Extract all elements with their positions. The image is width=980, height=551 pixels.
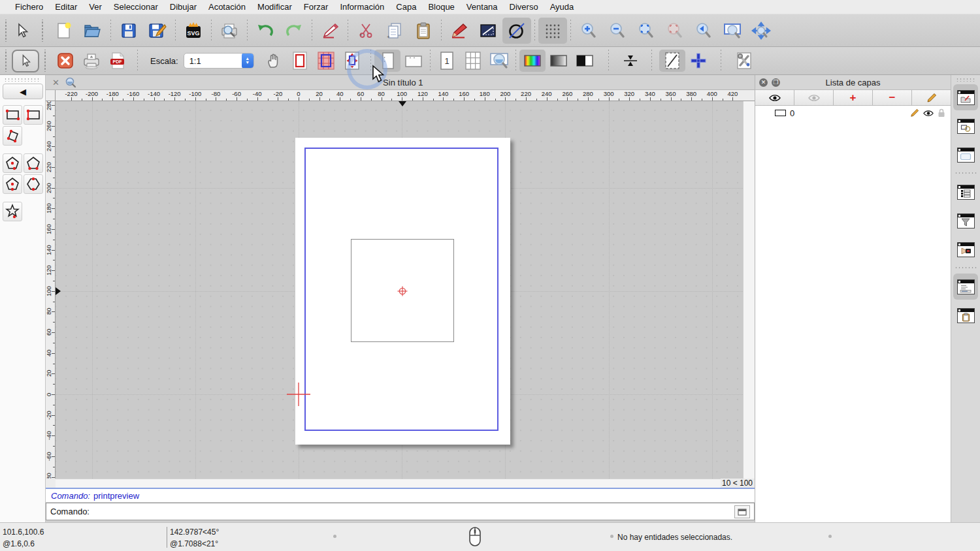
add-layer-button[interactable]: +: [834, 90, 873, 105]
save-button[interactable]: [114, 18, 143, 44]
drawing-canvas[interactable]: [56, 101, 743, 479]
options-button[interactable]: [731, 50, 757, 72]
zoom-out-button[interactable]: [603, 18, 632, 44]
fit-to-page-button[interactable]: [339, 50, 365, 72]
single-page-button[interactable]: 1: [434, 50, 460, 72]
dock-entity-list-button[interactable]: [953, 179, 978, 205]
save-as-button[interactable]: [143, 18, 172, 44]
dock-command-widget-button[interactable]: [953, 274, 978, 300]
dock-projector-button[interactable]: [953, 236, 978, 262]
pan-hand-button[interactable]: [261, 50, 287, 72]
print-button[interactable]: [78, 50, 105, 72]
crosshair-plus-button[interactable]: [685, 50, 711, 72]
paper-border-button[interactable]: [287, 50, 313, 72]
menu-item[interactable]: Dibujar: [164, 2, 203, 12]
palette-drag-handle[interactable]: [4, 78, 41, 82]
menu-item[interactable]: Bloque: [422, 2, 460, 12]
layer-edit-pencil-icon[interactable]: [910, 108, 919, 118]
toolbar-drag-handle[interactable]: [41, 20, 44, 42]
star-tool[interactable]: [3, 202, 22, 221]
grayscale-button[interactable]: [546, 50, 572, 72]
rectangle-side-tool[interactable]: [24, 105, 43, 125]
export-pdf-button[interactable]: PDF: [105, 50, 131, 72]
tab-close-icon[interactable]: ✕: [52, 78, 59, 87]
paste-button[interactable]: [409, 18, 438, 44]
open-file-button[interactable]: [78, 18, 107, 44]
zoom-previous-button[interactable]: [661, 18, 689, 44]
menu-item[interactable]: Capa: [390, 2, 422, 12]
delete-entities-button[interactable]: [316, 18, 344, 44]
menu-item[interactable]: Modificar: [252, 2, 298, 12]
edit-layer-button[interactable]: [912, 90, 951, 105]
undo-button[interactable]: [251, 18, 280, 44]
select-pointer-tool[interactable]: [8, 18, 37, 44]
dock-filter-button[interactable]: [953, 208, 978, 234]
panel-close-icon[interactable]: ✕: [759, 78, 768, 87]
scale-select[interactable]: 1:1 ▲▼: [184, 53, 254, 69]
menu-item[interactable]: Seleccionar: [108, 2, 164, 12]
print-preview-button[interactable]: [215, 18, 244, 44]
palette-back-button[interactable]: ◀: [3, 84, 43, 99]
tab-title[interactable]: * Sin título 1: [377, 78, 423, 87]
zoom-window-button[interactable]: [718, 18, 747, 44]
polygon-2corners-tool[interactable]: [24, 153, 43, 173]
horizontal-scrollbar[interactable]: [56, 479, 721, 488]
multi-page-button[interactable]: [460, 50, 486, 72]
rotated-rectangle-tool[interactable]: [3, 126, 22, 146]
menu-item[interactable]: Diverso: [504, 2, 544, 12]
circle-tool[interactable]: [502, 18, 531, 44]
panel-float-icon[interactable]: ❐: [772, 78, 780, 87]
menu-item[interactable]: Ayuda: [544, 2, 580, 12]
new-file-button[interactable]: [50, 18, 78, 44]
dock-drag-handle[interactable]: [956, 78, 975, 82]
menu-item[interactable]: Ventana: [461, 2, 504, 12]
dock-layer-list-button[interactable]: [953, 84, 978, 110]
polygon-center-corner-tool[interactable]: [3, 153, 22, 173]
layer-lock-icon[interactable]: [938, 108, 945, 118]
zoom-auto-button[interactable]: [632, 18, 661, 44]
polygon-center-tangent-tool[interactable]: [3, 174, 22, 194]
layer-visibility-icon[interactable]: [923, 110, 934, 117]
draft-lines-button[interactable]: [659, 50, 685, 72]
copy-button[interactable]: +: [380, 18, 409, 44]
hexagon-tool[interactable]: [24, 174, 43, 194]
full-color-button[interactable]: [519, 50, 546, 72]
menu-item[interactable]: Acotación: [203, 2, 252, 12]
command-options-button[interactable]: [734, 505, 750, 518]
black-white-button[interactable]: [572, 50, 598, 72]
menu-item[interactable]: Información: [334, 2, 390, 12]
cut-button[interactable]: +: [351, 18, 380, 44]
layer-row[interactable]: 0: [755, 106, 951, 120]
toolbar-drag-handle[interactable]: [43, 50, 47, 72]
menu-item[interactable]: Fichero: [9, 2, 49, 12]
line-tool[interactable]: [474, 18, 502, 44]
hide-all-layers-button[interactable]: [794, 90, 834, 105]
menu-item[interactable]: Editar: [49, 2, 83, 12]
portrait-orientation-button[interactable]: [374, 50, 400, 72]
menu-item[interactable]: Ver: [83, 2, 108, 12]
draw-pencil-tool[interactable]: [445, 18, 474, 44]
dock-clipboard-button[interactable]: [953, 302, 978, 328]
export-svg-button[interactable]: SVG: [179, 18, 208, 44]
remove-layer-button[interactable]: −: [873, 90, 912, 105]
toolbar-drag-handle[interactable]: [4, 50, 8, 72]
save-as-icon: [148, 22, 167, 39]
command-input[interactable]: Comando:: [46, 503, 755, 520]
zoom-pan-button[interactable]: [747, 18, 776, 44]
rectangle-2corner-tool[interactable]: [3, 105, 22, 125]
landscape-orientation-button[interactable]: [400, 50, 427, 72]
menu-item[interactable]: Forzar: [298, 2, 335, 12]
show-all-layers-button[interactable]: [755, 90, 794, 105]
close-print-preview-button[interactable]: [52, 50, 78, 72]
grid-toggle-button[interactable]: [538, 18, 567, 44]
zoom-back-button[interactable]: [689, 18, 718, 44]
redo-button[interactable]: [280, 18, 308, 44]
select-mode-button[interactable]: [12, 50, 39, 72]
tiled-pages-button[interactable]: [313, 50, 339, 72]
fit-vertical-button[interactable]: [617, 50, 644, 72]
zoom-page-button[interactable]: [486, 50, 512, 72]
zoom-in-button[interactable]: [574, 18, 603, 44]
dock-block-list-button[interactable]: [953, 113, 978, 139]
vertical-scrollbar[interactable]: [743, 101, 755, 479]
dock-library-browser-button[interactable]: [953, 142, 978, 168]
